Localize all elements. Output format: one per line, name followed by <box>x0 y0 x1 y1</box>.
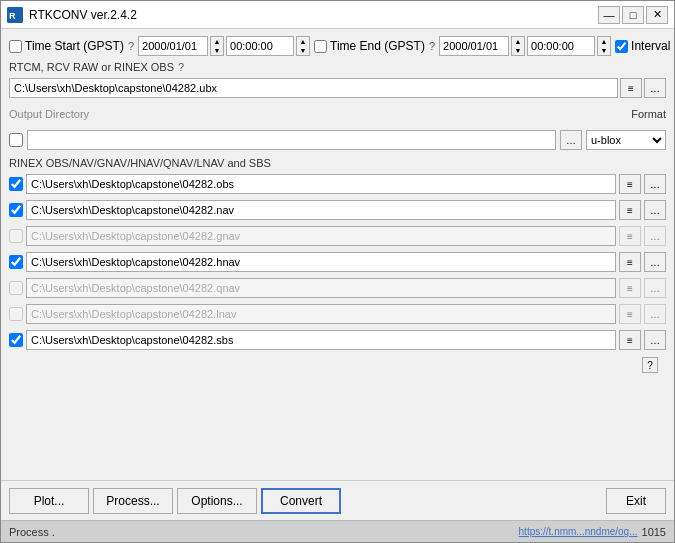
time-end-help[interactable]: ? <box>429 40 435 52</box>
window-controls: — □ ✕ <box>598 6 668 24</box>
process-button[interactable]: Process... <box>93 488 173 514</box>
input-source-row: ≡ … <box>9 77 666 99</box>
status-bar: Process . https://t.nmm...nndme/og... 10… <box>1 520 674 542</box>
time-start-time-spinner[interactable]: ▲ ▼ <box>296 36 310 56</box>
input-source-section: RTCM, RCV RAW or RINEX OBS ? <box>9 61 666 73</box>
spinner-down-icon[interactable]: ▼ <box>211 46 223 55</box>
nav-browse-btn[interactable]: … <box>644 200 666 220</box>
file-row-lnav: ≡ … <box>9 303 666 325</box>
time-start-checkbox-label: Time Start (GPST) <box>9 39 124 53</box>
minimize-button[interactable]: — <box>598 6 620 24</box>
format-label: Format <box>631 108 666 120</box>
file-row-qnav: ≡ … <box>9 277 666 299</box>
main-window: R RTKCONV ver.2.4.2 — □ ✕ Time Start (GP… <box>0 0 675 543</box>
output-dir-checkbox[interactable] <box>9 133 23 147</box>
input-source-path[interactable] <box>9 78 618 98</box>
input-source-help[interactable]: ? <box>178 61 184 73</box>
output-path-row: … u-blox RINEX RTCM2 RTCM3 <box>9 129 666 151</box>
bottom-help-bar: ? <box>9 355 666 375</box>
gnav-path <box>26 226 616 246</box>
nav-path[interactable] <box>26 200 616 220</box>
spinner-up-icon[interactable]: ▲ <box>598 37 610 46</box>
obs-path[interactable] <box>26 174 616 194</box>
options-button[interactable]: Options... <box>177 488 257 514</box>
lnav-checkbox[interactable] <box>9 307 23 321</box>
hnav-copy-btn[interactable]: ≡ <box>619 252 641 272</box>
button-row: Plot... Process... Options... Convert Ex… <box>1 480 674 520</box>
spinner-down-icon[interactable]: ▼ <box>598 46 610 55</box>
time-end-inputs: ▲ ▼ ▲ ▼ <box>439 36 611 56</box>
input-source-label: RTCM, RCV RAW or RINEX OBS <box>9 61 174 73</box>
sbs-path[interactable] <box>26 330 616 350</box>
convert-button[interactable]: Convert <box>261 488 341 514</box>
hnav-checkbox[interactable] <box>9 255 23 269</box>
help-button[interactable]: ? <box>642 357 658 373</box>
spinner-up-icon[interactable]: ▲ <box>512 37 524 46</box>
time-end-label: Time End (GPST) <box>330 39 425 53</box>
interval-label: Interval <box>631 39 670 53</box>
window-title: RTKCONV ver.2.4.2 <box>29 8 598 22</box>
close-button[interactable]: ✕ <box>646 6 668 24</box>
obs-copy-btn[interactable]: ≡ <box>619 174 641 194</box>
status-text: Process . <box>9 526 519 538</box>
file-row-hnav: ≡ … <box>9 251 666 273</box>
hnav-browse-btn[interactable]: … <box>644 252 666 272</box>
time-start-help[interactable]: ? <box>128 40 134 52</box>
time-start-time[interactable] <box>226 36 294 56</box>
output-directory-label: Output Directory <box>9 108 109 120</box>
sbs-copy-btn[interactable]: ≡ <box>619 330 641 350</box>
file-row-sbs: ≡ … <box>9 329 666 351</box>
plot-button[interactable]: Plot... <box>9 488 89 514</box>
exit-button[interactable]: Exit <box>606 488 666 514</box>
time-start-label: Time Start (GPST) <box>25 39 124 53</box>
spinner-down-icon[interactable]: ▼ <box>512 46 524 55</box>
file-row-gnav: ≡ … <box>9 225 666 247</box>
sbs-browse-btn[interactable]: … <box>644 330 666 350</box>
spinner-up-icon[interactable]: ▲ <box>211 37 223 46</box>
time-end-checkbox-label: Time End (GPST) <box>314 39 425 53</box>
lnav-browse-btn: … <box>644 304 666 324</box>
gnav-checkbox[interactable] <box>9 229 23 243</box>
nav-checkbox[interactable] <box>9 203 23 217</box>
output-row: Output Directory Format <box>9 103 666 125</box>
gnav-browse-btn: … <box>644 226 666 246</box>
time-end-time[interactable] <box>527 36 595 56</box>
time-start-checkbox[interactable] <box>9 40 22 53</box>
output-dir-path[interactable] <box>27 130 556 150</box>
nav-copy-btn[interactable]: ≡ <box>619 200 641 220</box>
interval-checkbox[interactable] <box>615 40 628 53</box>
qnav-copy-btn: ≡ <box>619 278 641 298</box>
time-end-date[interactable] <box>439 36 509 56</box>
qnav-browse-btn: … <box>644 278 666 298</box>
time-end-checkbox[interactable] <box>314 40 327 53</box>
maximize-button[interactable]: □ <box>622 6 644 24</box>
sbs-checkbox[interactable] <box>9 333 23 347</box>
format-select[interactable]: u-blox RINEX RTCM2 RTCM3 <box>586 130 666 150</box>
file-row-nav: ≡ … <box>9 199 666 221</box>
time-end-date-spinner[interactable]: ▲ ▼ <box>511 36 525 56</box>
qnav-path <box>26 278 616 298</box>
time-row: Time Start (GPST) ? ▲ ▼ ▲ ▼ Time End (GP… <box>9 35 666 57</box>
title-bar: R RTKCONV ver.2.4.2 — □ ✕ <box>1 1 674 29</box>
time-start-date[interactable] <box>138 36 208 56</box>
status-extra: 1015 <box>642 526 666 538</box>
time-end-time-spinner[interactable]: ▲ ▼ <box>597 36 611 56</box>
file-row-obs: ≡ … <box>9 173 666 195</box>
hnav-path[interactable] <box>26 252 616 272</box>
spinner-up-icon[interactable]: ▲ <box>297 37 309 46</box>
status-url: https://t.nmm...nndme/og... <box>519 526 638 537</box>
svg-text:R: R <box>9 11 16 21</box>
lnav-copy-btn: ≡ <box>619 304 641 324</box>
spinner-down-icon[interactable]: ▼ <box>297 46 309 55</box>
time-start-inputs: ▲ ▼ ▲ ▼ <box>138 36 310 56</box>
obs-browse-btn[interactable]: … <box>644 174 666 194</box>
gnav-copy-btn: ≡ <box>619 226 641 246</box>
output-dir-browse-btn[interactable]: … <box>560 130 582 150</box>
qnav-checkbox[interactable] <box>9 281 23 295</box>
input-source-copy-btn[interactable]: ≡ <box>620 78 642 98</box>
input-source-browse-btn[interactable]: … <box>644 78 666 98</box>
time-start-date-spinner[interactable]: ▲ ▼ <box>210 36 224 56</box>
rinex-section-label: RINEX OBS/NAV/GNAV/HNAV/QNAV/LNAV and SB… <box>9 157 666 169</box>
lnav-path <box>26 304 616 324</box>
obs-checkbox[interactable] <box>9 177 23 191</box>
